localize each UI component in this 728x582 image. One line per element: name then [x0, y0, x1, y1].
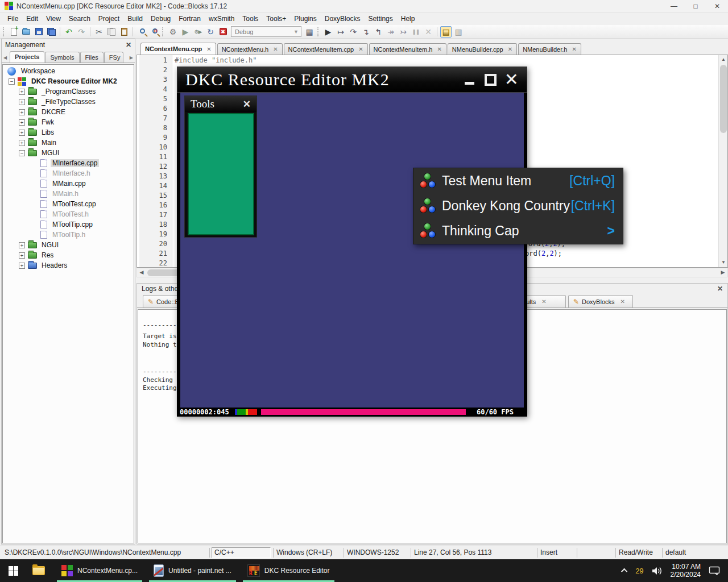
new-file-icon[interactable] — [8, 26, 19, 38]
tools-close-icon[interactable]: ✕ — [243, 98, 257, 110]
menu-help[interactable]: Help — [397, 13, 419, 24]
tab-close-icon[interactable]: ✕ — [206, 46, 211, 52]
menu-doxyblocks[interactable]: DoxyBlocks — [321, 13, 365, 24]
scroll-left-icon[interactable]: ◀ — [137, 268, 146, 277]
redo-icon[interactable]: ↷ — [76, 26, 87, 38]
step-into-instruction-icon[interactable]: ↣ — [398, 26, 409, 38]
abort-build-icon[interactable]: ✖ — [217, 26, 229, 38]
taskbar-button-dkc-resource-editor[interactable]: REDKC Resource Editor — [242, 559, 336, 582]
scroll-right-icon[interactable]: ▶ — [718, 268, 727, 277]
collapse-icon[interactable]: − — [9, 78, 15, 85]
tools-swatch[interactable] — [188, 113, 254, 235]
menu-edit[interactable]: Edit — [22, 13, 42, 24]
tree-item-main[interactable]: +Main — [3, 138, 134, 148]
taskbar-button-untitled-paint-net[interactable]: Untitled - paint.net ... — [148, 559, 237, 582]
debug-continue-icon[interactable]: ▶ — [322, 26, 334, 38]
tree-item-mmain-cpp[interactable]: MMain.cpp — [3, 178, 134, 189]
tools-titlebar[interactable]: Tools ✕ — [185, 96, 257, 112]
notification-icon[interactable] — [709, 566, 720, 575]
logs-close-icon[interactable]: ✕ — [717, 285, 723, 293]
tab-close-icon[interactable]: ✕ — [508, 46, 512, 52]
tab-close-icon[interactable]: ✕ — [572, 46, 576, 52]
tree-item-mtooltest-h[interactable]: MToolTest.h — [3, 209, 134, 219]
tabs-scroll-right-icon[interactable]: ▶ — [130, 55, 133, 60]
dkc-canvas[interactable]: Tools ✕ — [177, 93, 527, 408]
open-file-icon[interactable] — [20, 26, 32, 38]
menu-debug[interactable]: Debug — [147, 13, 175, 24]
tree-item-minterface-h[interactable]: MInterface.h — [3, 168, 134, 178]
editor-vertical-scrollbar[interactable]: ▲ ▼ — [718, 55, 727, 267]
dkc-close-icon[interactable]: ✕ — [504, 72, 519, 87]
tab-fsy[interactable]: FSy — [104, 52, 123, 63]
menu-project[interactable]: Project — [94, 13, 123, 24]
tab-close-icon[interactable]: ✕ — [358, 46, 363, 52]
menu-tools[interactable]: Tools — [238, 13, 262, 24]
tree-item-programclasses[interactable]: +_ProgramClasses — [3, 86, 134, 97]
expand-icon[interactable]: + — [19, 99, 25, 105]
menu-wxsmith[interactable]: wxSmith — [205, 13, 238, 24]
expand-icon[interactable]: + — [19, 140, 25, 146]
scroll-down-icon[interactable]: ▼ — [719, 258, 728, 267]
expand-icon[interactable]: + — [19, 119, 25, 126]
context-menu-item-donkey-kong-country[interactable]: Donkey Kong Country[Ctrl+K] — [413, 193, 623, 218]
tree-item-filetypeclasses[interactable]: +_FileTypeClasses — [3, 97, 134, 107]
save-all-icon[interactable] — [46, 26, 57, 38]
various-info-icon[interactable]: ▥ — [453, 26, 464, 38]
tree-item-workspace[interactable]: Workspace — [3, 66, 134, 76]
tree-item-fwk[interactable]: +Fwk — [3, 117, 134, 127]
build-and-run-icon[interactable]: ⚙▶ — [192, 26, 204, 38]
editor-tab-ncontextmenuitem-h[interactable]: NContextMenuItem.h✕ — [369, 43, 446, 55]
menu-file[interactable]: File — [3, 13, 22, 24]
tab-close-icon[interactable]: ✕ — [273, 46, 278, 52]
expand-icon[interactable]: + — [19, 242, 25, 248]
break-debugger-icon[interactable]: ❚❚ — [410, 26, 421, 38]
speaker-icon[interactable] — [652, 567, 663, 575]
maximize-icon[interactable]: □ — [685, 0, 706, 13]
menu-fortran[interactable]: Fortran — [175, 13, 205, 24]
cut-icon[interactable]: ✂ — [93, 26, 105, 38]
run-to-cursor-icon[interactable]: ↦ — [335, 26, 346, 38]
tree-item-ngui[interactable]: +NGUI — [3, 240, 134, 250]
collapse-icon[interactable]: − — [19, 150, 25, 156]
editor-tab-ncontextmenu-h[interactable]: NContextMenu.h✕ — [217, 43, 283, 55]
menu-search[interactable]: Search — [65, 13, 94, 24]
save-icon[interactable] — [33, 26, 44, 38]
tab-close-icon[interactable]: ✕ — [621, 298, 625, 305]
tree-item-dkc-resource-editor-mk2[interactable]: −DKC Resource Editor MK2 — [3, 76, 134, 86]
menu-view[interactable]: View — [42, 13, 65, 24]
tree-item-mmain-h[interactable]: MMain.h — [3, 189, 134, 199]
dkc-maximize-icon[interactable] — [485, 74, 497, 86]
tree-item-minterface-cpp[interactable]: MInterface.cpp — [3, 158, 134, 168]
build-target-select[interactable]: Debug▼ — [231, 26, 301, 37]
start-button[interactable] — [0, 559, 26, 582]
logs-tab-doxyblocks[interactable]: ✎DoxyBlocks✕ — [568, 295, 633, 307]
close-icon[interactable]: ✕ — [706, 0, 728, 13]
tab-close-icon[interactable]: ✕ — [541, 298, 546, 305]
build-icon[interactable]: ⚙ — [167, 26, 179, 38]
tree-item-libs[interactable]: +Libs — [3, 127, 134, 138]
editor-tab-ncontextmenuitem-cpp[interactable]: NContextMenuItem.cpp✕ — [284, 43, 368, 55]
paste-icon[interactable] — [118, 26, 130, 38]
scroll-up-icon[interactable]: ▲ — [719, 55, 728, 64]
copy-icon[interactable] — [106, 26, 117, 38]
file-explorer-button[interactable] — [26, 559, 51, 582]
expand-icon[interactable]: + — [19, 109, 25, 115]
editor-tab-nmenubuilder-h[interactable]: NMenuBuilder.h✕ — [518, 43, 581, 55]
editor-tab-ncontextmenu-cpp[interactable]: NContextMenu.cpp✕ — [140, 43, 216, 55]
expand-icon[interactable]: + — [19, 89, 25, 95]
expand-icon[interactable]: + — [19, 252, 25, 259]
tree-item-mtooltip-h[interactable]: MToolTip.h — [3, 230, 134, 240]
minimize-icon[interactable]: — — [663, 0, 685, 13]
replace-icon[interactable] — [148, 26, 160, 38]
tab-symbols[interactable]: Symbols — [45, 52, 79, 63]
tab-projects[interactable]: Projects — [10, 51, 44, 63]
tree-item-res[interactable]: +Res — [3, 250, 134, 260]
tabs-scroll-left-icon[interactable]: ◀ — [3, 55, 7, 60]
run-icon[interactable]: ▶ — [180, 26, 191, 38]
rebuild-icon[interactable]: ↻ — [205, 26, 216, 38]
stop-debugger-icon[interactable]: ✕ — [423, 26, 434, 38]
menu-build[interactable]: Build — [123, 13, 147, 24]
compiler-settings-icon[interactable]: ▦ — [304, 26, 315, 38]
vscroll-thumb[interactable] — [720, 65, 727, 133]
taskbar-button-ncontextmenu-cp[interactable]: NContextMenu.cp... — [56, 559, 143, 582]
